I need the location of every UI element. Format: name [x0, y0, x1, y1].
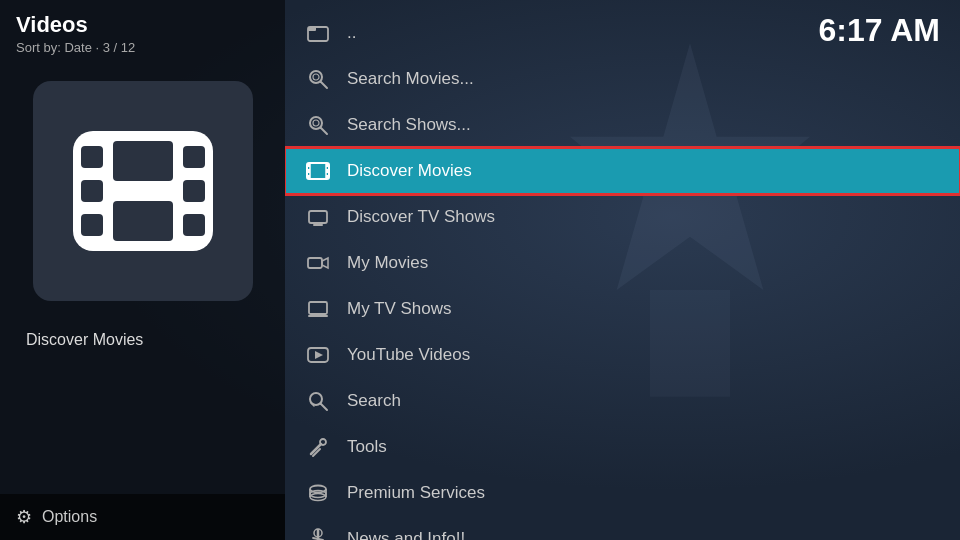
- time-display: 6:17 AM: [818, 12, 940, 49]
- search-movies-icon: [305, 66, 331, 92]
- left-panel: Videos Sort by: Date · 3 / 12 Discover M…: [0, 0, 285, 540]
- menu-item-tools[interactable]: Tools: [285, 424, 960, 470]
- svg-rect-12: [308, 27, 316, 31]
- svg-point-43: [320, 439, 326, 445]
- svg-rect-31: [308, 258, 322, 268]
- svg-rect-7: [183, 180, 205, 202]
- menu-item-search[interactable]: Search: [285, 378, 960, 424]
- svg-rect-8: [183, 214, 205, 236]
- menu-item-news-info[interactable]: News and Info!!: [285, 516, 960, 540]
- menu-item-discover-tv[interactable]: Discover TV Shows: [285, 194, 960, 240]
- menu-item-premium-services[interactable]: Premium Services: [285, 470, 960, 516]
- news-icon: [305, 526, 331, 540]
- svg-rect-5: [81, 214, 103, 236]
- options-bar[interactable]: ⚙ Options: [0, 494, 285, 540]
- svg-line-17: [321, 128, 328, 135]
- svg-rect-4: [81, 180, 103, 202]
- discover-movies-label: Discover Movies: [347, 161, 472, 181]
- my-tv-shows-label: My TV Shows: [347, 299, 452, 319]
- tools-label: Tools: [347, 437, 387, 457]
- youtube-icon: [305, 342, 331, 368]
- search-movies-label: Search Movies...: [347, 69, 474, 89]
- svg-line-40: [321, 404, 328, 411]
- menu-item-discover-movies[interactable]: Discover Movies: [285, 148, 960, 194]
- parent-item-label: ..: [347, 23, 356, 43]
- menu-item-my-tv-shows[interactable]: My TV Shows: [285, 286, 960, 332]
- discover-tv-icon: [305, 204, 331, 230]
- svg-rect-9: [113, 141, 173, 181]
- search-label: Search: [347, 391, 401, 411]
- svg-point-18: [313, 120, 319, 126]
- svg-rect-28: [309, 211, 327, 223]
- search-icon: [305, 388, 331, 414]
- search-shows-icon: [305, 112, 331, 138]
- my-tv-shows-icon: [305, 296, 331, 322]
- menu-panel: .. Search Movies... Search Shows...: [285, 0, 960, 540]
- sort-info: Sort by: Date · 3 / 12: [16, 40, 135, 55]
- svg-rect-10: [113, 201, 173, 241]
- search-shows-label: Search Shows...: [347, 115, 471, 135]
- menu-item-search-movies[interactable]: Search Movies...: [285, 56, 960, 102]
- left-header: Videos Sort by: Date · 3 / 12: [16, 12, 135, 55]
- discover-tv-label: Discover TV Shows: [347, 207, 495, 227]
- svg-point-15: [313, 74, 319, 80]
- youtube-videos-label: YouTube Videos: [347, 345, 470, 365]
- page-title: Videos: [16, 12, 135, 38]
- menu-item-my-movies[interactable]: My Movies: [285, 240, 960, 286]
- film-strip-icon: [63, 111, 223, 271]
- my-movies-label: My Movies: [347, 253, 428, 273]
- discover-movies-icon: [305, 158, 331, 184]
- selected-item-label: Discover Movies: [16, 331, 143, 349]
- svg-rect-3: [81, 146, 103, 168]
- my-movies-icon: [305, 250, 331, 276]
- folder-up-icon: [305, 20, 331, 46]
- svg-marker-38: [315, 351, 323, 359]
- tools-icon: [305, 434, 331, 460]
- options-label: Options: [42, 508, 97, 526]
- news-info-label: News and Info!!: [347, 529, 465, 540]
- svg-line-14: [321, 82, 328, 89]
- premium-services-label: Premium Services: [347, 483, 485, 503]
- menu-item-youtube-videos[interactable]: YouTube Videos: [285, 332, 960, 378]
- thumbnail-area: [33, 81, 253, 301]
- svg-rect-33: [309, 302, 327, 314]
- options-icon: ⚙: [16, 506, 32, 528]
- premium-services-icon: [305, 480, 331, 506]
- svg-rect-6: [183, 146, 205, 168]
- menu-item-search-shows[interactable]: Search Shows...: [285, 102, 960, 148]
